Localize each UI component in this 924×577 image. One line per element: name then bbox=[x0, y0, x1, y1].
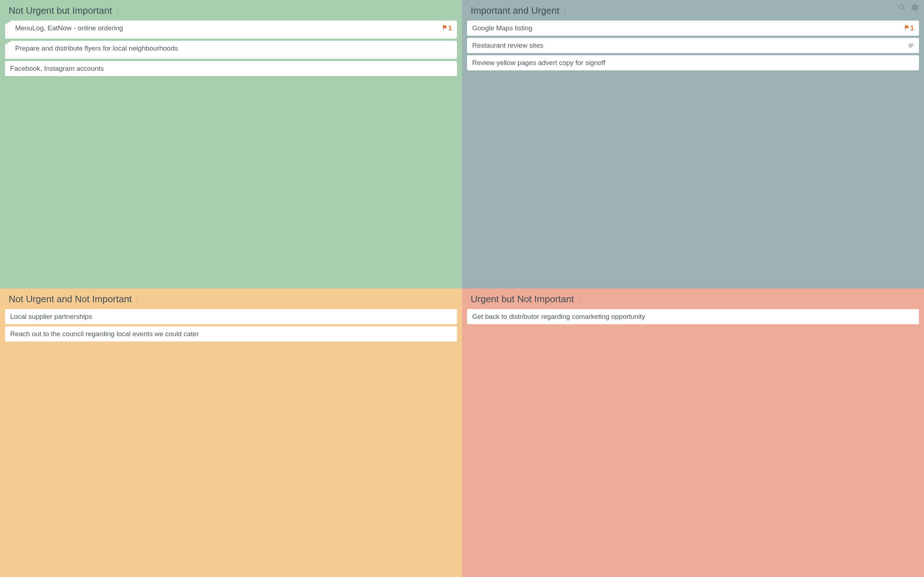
quadrant-important-urgent[interactable]: Important and Urgent ⋮ Google Maps listi… bbox=[462, 0, 924, 288]
task-card[interactable]: Local supplier partnerships bbox=[5, 309, 457, 324]
drag-handle-icon[interactable]: ⋮ bbox=[115, 8, 121, 14]
quadrant-header: Important and Urgent ⋮ bbox=[467, 5, 919, 21]
card-stack[interactable]: MenuLog, EatNow - online ordering 1 bbox=[5, 21, 457, 36]
description-icon bbox=[908, 43, 914, 48]
card-wrap[interactable]: Facebook, Instagram accounts bbox=[5, 61, 457, 76]
board-tools bbox=[898, 3, 919, 11]
task-title: Prepare and distribute flyers for local … bbox=[15, 44, 452, 52]
card-wrap[interactable]: Reach out to the council regarding local… bbox=[5, 326, 457, 342]
card-list: Get back to distributor regarding comark… bbox=[467, 309, 919, 324]
quadrant-title: Urgent but Not Important bbox=[471, 293, 574, 305]
quadrant-title: Not Urgent and Not Important bbox=[9, 293, 132, 305]
drag-handle-icon[interactable]: ⋮ bbox=[135, 297, 140, 302]
flag-count: 1 bbox=[910, 24, 914, 32]
drag-handle-icon[interactable]: ⋮ bbox=[562, 8, 568, 14]
task-card[interactable]: Facebook, Instagram accounts bbox=[5, 61, 457, 76]
card-list: MenuLog, EatNow - online ordering 1 Prep… bbox=[5, 21, 457, 76]
task-title: MenuLog, EatNow - online ordering bbox=[15, 24, 442, 32]
task-title: Local supplier partnerships bbox=[10, 313, 452, 321]
flag-count: 1 bbox=[448, 24, 452, 32]
svg-line-1 bbox=[903, 9, 905, 11]
task-card[interactable]: Reach out to the council regarding local… bbox=[5, 326, 457, 342]
svg-point-0 bbox=[899, 5, 903, 9]
flag-icon bbox=[904, 24, 910, 32]
quadrant-header: Urgent but Not Important ⋮ bbox=[467, 293, 919, 309]
quadrant-not-urgent-not-important[interactable]: Not Urgent and Not Important ⋮ Local sup… bbox=[0, 288, 462, 577]
task-card[interactable]: Prepare and distribute flyers for local … bbox=[10, 41, 457, 56]
task-title: Restaurant review sites bbox=[472, 42, 905, 50]
task-title: Get back to distributor regarding comark… bbox=[472, 313, 914, 321]
quadrant-not-urgent-important[interactable]: Not Urgent but Important ⋮ MenuLog, EatN… bbox=[0, 0, 462, 288]
flag-badge[interactable]: 1 bbox=[904, 24, 914, 32]
card-wrap[interactable]: Get back to distributor regarding comark… bbox=[467, 309, 919, 324]
card-wrap[interactable]: Local supplier partnerships bbox=[5, 309, 457, 324]
task-card[interactable]: Get back to distributor regarding comark… bbox=[467, 309, 919, 324]
task-card[interactable]: MenuLog, EatNow - online ordering 1 bbox=[10, 21, 457, 36]
task-title: Google Maps listing bbox=[472, 24, 904, 32]
priority-matrix-board: Not Urgent but Important ⋮ MenuLog, EatN… bbox=[0, 0, 924, 577]
quadrant-header: Not Urgent but Important ⋮ bbox=[5, 5, 457, 21]
card-stack[interactable]: Prepare and distribute flyers for local … bbox=[5, 41, 457, 56]
flag-badge[interactable]: 1 bbox=[442, 24, 452, 32]
quadrant-header: Not Urgent and Not Important ⋮ bbox=[5, 293, 457, 309]
task-title: Review yellow pages advert copy for sign… bbox=[472, 59, 914, 67]
task-title: Facebook, Instagram accounts bbox=[10, 64, 452, 73]
task-card[interactable]: Restaurant review sites bbox=[467, 38, 919, 53]
task-card[interactable]: Google Maps listing 1 bbox=[467, 21, 919, 36]
gear-icon[interactable] bbox=[911, 3, 919, 11]
card-wrap[interactable]: Restaurant review sites bbox=[467, 38, 919, 53]
task-title: Reach out to the council regarding local… bbox=[10, 330, 452, 338]
search-icon[interactable] bbox=[898, 3, 906, 11]
card-list: Google Maps listing 1 Restaurant review … bbox=[467, 21, 919, 71]
card-wrap[interactable]: Review yellow pages advert copy for sign… bbox=[467, 55, 919, 71]
card-wrap[interactable]: Google Maps listing 1 bbox=[467, 21, 919, 36]
flag-icon bbox=[442, 24, 448, 32]
task-card[interactable]: Review yellow pages advert copy for sign… bbox=[467, 55, 919, 71]
quadrant-title: Important and Urgent bbox=[471, 5, 559, 16]
card-list: Local supplier partnerships Reach out to… bbox=[5, 309, 457, 342]
quadrant-urgent-not-important[interactable]: Urgent but Not Important ⋮ Get back to d… bbox=[462, 288, 924, 577]
drag-handle-icon[interactable]: ⋮ bbox=[577, 297, 583, 302]
quadrant-title: Not Urgent but Important bbox=[9, 5, 112, 16]
